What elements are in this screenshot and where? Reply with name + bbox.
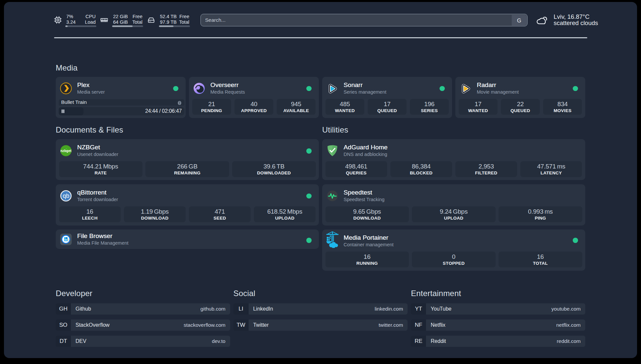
- svg-text:nzbget: nzbget: [60, 149, 72, 153]
- svg-text:qb: qb: [63, 193, 69, 199]
